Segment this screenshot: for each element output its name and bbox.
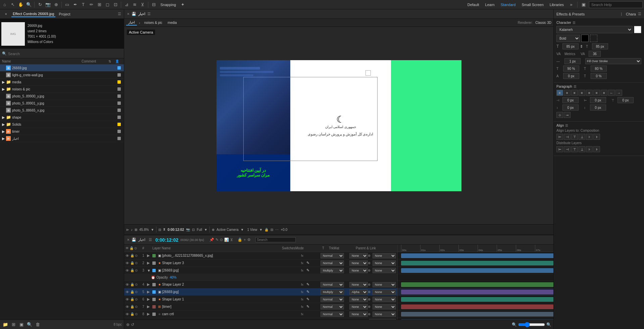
- viewer-draft-icon[interactable]: ⊟: [270, 228, 273, 232]
- indent-first-input[interactable]: [617, 97, 634, 103]
- list-item[interactable]: ▣ light-g_crete-wall.jpg: [0, 72, 124, 79]
- layer-parent-select-5[interactable]: None: [373, 289, 396, 295]
- table-row[interactable]: 👁 🔒 ⊙ 6 ▶ ★ Shape Layer 1 fx ✎ Norma: [124, 296, 397, 303]
- layer-eye-1[interactable]: 👁: [126, 254, 130, 258]
- align-top-edge-btn[interactable]: ⊥: [579, 134, 585, 140]
- table-row[interactable]: 👁 🔒 ⊙ 3 ▼ ▣ [26669.jpg] fx ✎ Multipl: [124, 267, 397, 274]
- find-icon[interactable]: 🔍: [26, 321, 33, 328]
- layer-link-icon-2[interactable]: ⊕: [368, 261, 373, 265]
- align-justify3-btn[interactable]: ≡: [593, 90, 600, 96]
- renderer-value[interactable]: Classic 3D: [535, 21, 551, 25]
- baseline-shift-input[interactable]: [563, 73, 579, 79]
- layer-link-icon-1[interactable]: ⊕: [368, 254, 373, 257]
- viewer-scale[interactable]: 45.8%: [139, 228, 149, 232]
- table-row[interactable]: 👁 🔒 ⊙ 4 ▶ ★ Shape Layer 2 fx ✎ Norma: [124, 281, 397, 288]
- para-btn-1[interactable]: ⊹: [556, 112, 563, 118]
- layer-parent-select-1[interactable]: None: [373, 253, 396, 258]
- hand-tool[interactable]: ✋: [17, 1, 24, 8]
- tl-zoom-out-icon[interactable]: 🔍: [512, 322, 517, 327]
- align-justify-btn[interactable]: ≡: [579, 90, 585, 96]
- viewer-resize-icon[interactable]: ⊟: [158, 228, 161, 232]
- select-tool[interactable]: ↖: [9, 1, 16, 8]
- layer-trkmat-select-4[interactable]: None: [349, 282, 368, 287]
- align-justify2-btn[interactable]: ≡: [586, 90, 593, 96]
- list-item[interactable]: ▶ 📁 Solids: [0, 121, 124, 128]
- distribute-v-btn[interactable]: ⊦: [586, 146, 593, 152]
- layer-lock-3[interactable]: 🔒: [130, 269, 135, 272]
- workspace-libraries[interactable]: Libraries: [548, 2, 566, 7]
- layer-eye-4[interactable]: 👁: [126, 283, 130, 287]
- font-size-input[interactable]: [562, 43, 579, 49]
- layer-expand-2[interactable]: ▶: [147, 261, 152, 265]
- align-left-btn[interactable]: ≡: [556, 90, 563, 96]
- stroke-type-select[interactable]: Fill Over Stroke: [585, 58, 641, 64]
- layer-parent-select-7[interactable]: None: [373, 304, 396, 310]
- para-btn-2[interactable]: ⊸: [564, 112, 571, 118]
- panel-close-icon[interactable]: ✕: [3, 11, 9, 17]
- distribute-h-btn[interactable]: ⊣: [564, 146, 571, 152]
- layer-mode-select-8[interactable]: Normal: [320, 312, 344, 317]
- layer-expand-4[interactable]: ▶: [147, 282, 152, 287]
- snapping-icon[interactable]: ⊟: [150, 1, 157, 8]
- layer-parent-select-2[interactable]: None: [373, 260, 396, 266]
- layer-link-icon-6[interactable]: ⊕: [368, 297, 373, 301]
- tl-menu-icon[interactable]: ☰: [149, 238, 152, 242]
- viewer-camera-mode[interactable]: Active Camera: [216, 228, 239, 232]
- extra-icon[interactable]: ✦: [180, 1, 186, 8]
- align-right-btn[interactable]: ≡: [571, 90, 578, 96]
- res-dropdown-icon[interactable]: ▼: [204, 228, 207, 232]
- layer-lock-2[interactable]: 🔒: [130, 261, 135, 265]
- mask-tool[interactable]: ▭: [64, 1, 70, 8]
- table-row[interactable]: 👁 🔒 ⊙ 2 ▶ ★ Shape Layer 3 fx ✎ Norma: [124, 259, 397, 267]
- layer-mode-select-7[interactable]: Normal: [320, 304, 344, 310]
- list-item[interactable]: ▶ 📁 noises & pic: [0, 86, 124, 93]
- comp-menu-icon[interactable]: ☰: [147, 12, 151, 16]
- layer-trkmat-select-2[interactable]: None: [349, 260, 368, 266]
- subtab-media[interactable]: media: [166, 20, 179, 25]
- layer-eye-5[interactable]: 👁: [126, 290, 130, 294]
- list-item[interactable]: ▣ photo_5..88665_x.jpg: [0, 107, 124, 114]
- layer-expand-5[interactable]: ▶: [147, 290, 152, 294]
- layer-trkmat-select-6[interactable]: None: [349, 297, 368, 302]
- list-item[interactable]: ▣ photo_5..89900_y.jpg: [0, 93, 124, 100]
- new-folder-icon[interactable]: 📁: [2, 321, 9, 328]
- layer-trkmat-select-1[interactable]: None: [349, 253, 368, 258]
- layer-mode-select-5[interactable]: Multiply: [320, 289, 344, 295]
- rph-chara-label[interactable]: Chara: [626, 12, 636, 16]
- layer-link-icon-7[interactable]: ⊕: [368, 305, 373, 309]
- layer-parent-select-3[interactable]: None: [373, 268, 396, 273]
- layer-solo-8[interactable]: ⊙: [135, 312, 140, 316]
- layer-fx-btn-7[interactable]: fx: [301, 305, 306, 309]
- layer-expand-1[interactable]: ▶: [147, 253, 152, 258]
- workspace-default[interactable]: Default: [465, 2, 481, 7]
- tl-loop-icon[interactable]: ↺: [131, 322, 134, 327]
- viewer-resolution[interactable]: Full: [197, 228, 202, 232]
- comp-tab-akhbar[interactable]: اخبار: [138, 12, 145, 16]
- table-row[interactable]: 👁 🔒 ⊙ 5 ▶ ▣ [26669.jpg] fx ✎ Multipl: [124, 288, 397, 296]
- tl-zoom-in-icon[interactable]: 🔍: [546, 322, 551, 327]
- rph-menu-icon[interactable]: ☰: [638, 12, 641, 16]
- layer-fx-btn-4[interactable]: fx: [301, 283, 306, 286]
- tab-project[interactable]: Project: [57, 11, 71, 17]
- layer-fx-btn-1[interactable]: fx: [301, 254, 306, 257]
- layer-link-icon-4[interactable]: ⊕: [368, 283, 373, 286]
- leading-input[interactable]: [592, 43, 608, 49]
- workspace-small[interactable]: Small Screen: [519, 2, 545, 7]
- list-item[interactable]: ▶ 📁 media: [0, 79, 124, 86]
- layer-lock-7[interactable]: 🔒: [130, 305, 135, 309]
- layer-mode-select-3[interactable]: Multiply: [320, 268, 344, 273]
- viewer-audio-icon[interactable]: ♪: [131, 228, 133, 232]
- workspace-standard[interactable]: Standard: [499, 2, 518, 7]
- layer-parent-select-4[interactable]: None: [373, 282, 396, 287]
- tl-pin-icon[interactable]: 📌: [209, 238, 214, 242]
- list-item[interactable]: ▣ 26669.jpg: [0, 65, 124, 72]
- layer-mode-select-6[interactable]: Normal: [320, 297, 344, 302]
- layer-expand-8[interactable]: ▶: [147, 312, 152, 316]
- comp-close-icon[interactable]: ✕: [127, 12, 130, 16]
- tl-close-icon[interactable]: ✕: [127, 238, 130, 242]
- layer-trkmat-select-7[interactable]: None: [349, 304, 368, 310]
- viewer-lock-icon[interactable]: 🔒: [264, 228, 268, 232]
- space-after-input[interactable]: [590, 105, 606, 111]
- viewer-camera-icon[interactable]: 📷: [186, 228, 190, 232]
- vertical-scale-input[interactable]: [563, 66, 579, 72]
